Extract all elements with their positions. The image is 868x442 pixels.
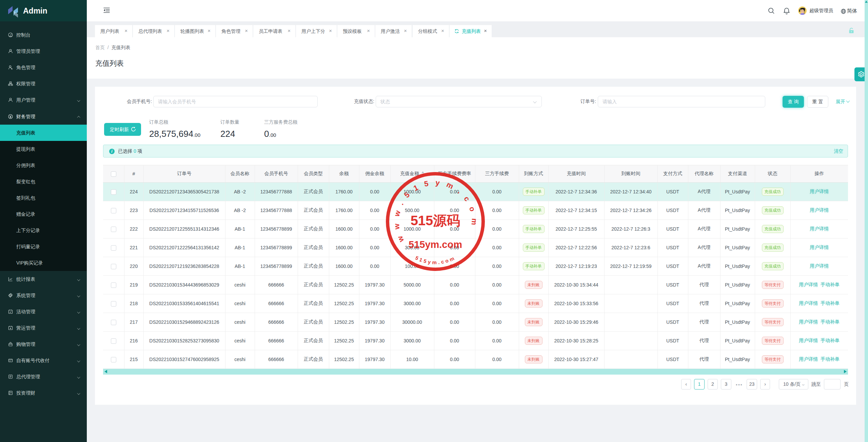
svg-text:515ym.com: 515ym.com (414, 255, 456, 265)
svg-text:515ym.com: 515ym.com (409, 239, 462, 250)
svg-text:www.515ym.com: www.515ym.com (392, 178, 479, 244)
svg-text:515源码: 515源码 (411, 213, 460, 228)
